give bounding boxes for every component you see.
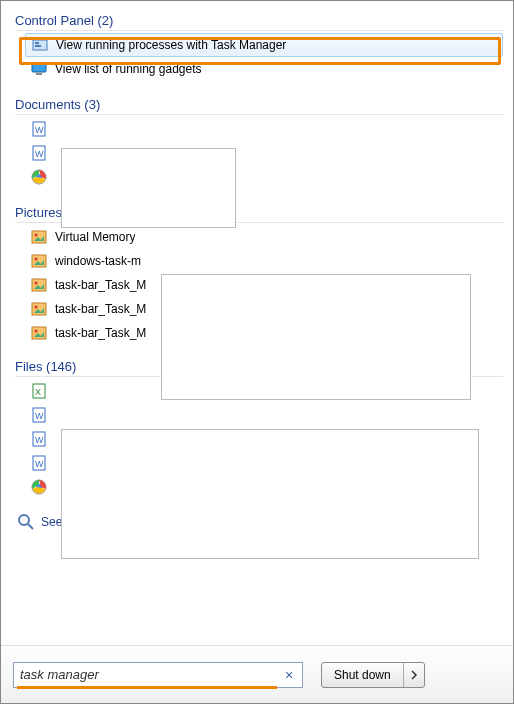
svg-point-20 xyxy=(35,330,38,333)
svg-line-32 xyxy=(28,524,33,529)
annotation-underline xyxy=(17,686,277,689)
svg-point-14 xyxy=(35,258,38,261)
section-header-control-panel: Control Panel (2) xyxy=(15,9,503,31)
svg-point-16 xyxy=(35,282,38,285)
section-header-documents: Documents (3) xyxy=(15,93,503,115)
image-icon xyxy=(31,325,47,341)
svg-rect-4 xyxy=(36,73,42,75)
shutdown-button[interactable]: Shut down xyxy=(322,663,404,687)
svg-rect-2 xyxy=(35,45,41,47)
svg-point-12 xyxy=(35,234,38,237)
monitor-icon xyxy=(31,61,47,77)
redaction-box xyxy=(61,148,236,228)
task-manager-icon xyxy=(32,37,48,53)
image-icon xyxy=(31,277,47,293)
svg-text:W: W xyxy=(35,125,44,135)
redaction-box xyxy=(161,274,471,400)
excel-icon: X xyxy=(31,383,47,399)
shutdown-label: Shut down xyxy=(334,668,391,682)
result-label: windows-task-m xyxy=(55,254,141,268)
picture-item[interactable]: Virtual Memory xyxy=(25,225,503,249)
result-label: View list of running gadgets xyxy=(55,62,202,76)
picture-item[interactable]: windows-task-m xyxy=(25,249,503,273)
image-icon xyxy=(31,229,47,245)
svg-point-31 xyxy=(19,515,29,525)
shutdown-split-button: Shut down xyxy=(321,662,425,688)
result-label: task-bar_Task_M xyxy=(55,278,146,292)
document-item[interactable]: W xyxy=(25,117,503,141)
search-wrap: × xyxy=(13,662,303,688)
result-label: Virtual Memory xyxy=(55,230,135,244)
image-icon xyxy=(31,253,47,269)
bottom-bar: × Shut down xyxy=(1,645,513,703)
word-doc-icon: W xyxy=(31,121,47,137)
word-doc-icon: W xyxy=(31,407,47,423)
result-gadgets[interactable]: View list of running gadgets xyxy=(25,57,503,81)
svg-rect-3 xyxy=(32,63,46,72)
clear-search-icon[interactable]: × xyxy=(281,667,297,683)
result-label: View running processes with Task Manager xyxy=(56,38,286,52)
chrome-icon xyxy=(31,479,47,495)
svg-point-18 xyxy=(35,306,38,309)
image-icon xyxy=(31,301,47,317)
svg-rect-1 xyxy=(35,42,39,44)
svg-text:W: W xyxy=(35,435,44,445)
chevron-right-icon xyxy=(410,670,418,680)
word-doc-icon: W xyxy=(31,431,47,447)
svg-text:X: X xyxy=(35,387,41,397)
svg-text:W: W xyxy=(35,149,44,159)
magnifier-icon xyxy=(17,513,35,531)
word-doc-icon: W xyxy=(31,455,47,471)
result-label: task-bar_Task_M xyxy=(55,302,146,316)
svg-text:W: W xyxy=(35,411,44,421)
svg-text:W: W xyxy=(35,459,44,469)
search-input[interactable] xyxy=(13,662,303,688)
shutdown-options-button[interactable] xyxy=(404,663,424,687)
redaction-box xyxy=(61,429,479,559)
result-label: task-bar_Task_M xyxy=(55,326,146,340)
file-item[interactable]: W xyxy=(25,403,503,427)
chrome-icon xyxy=(31,169,47,185)
result-task-manager[interactable]: View running processes with Task Manager xyxy=(25,33,503,57)
word-doc-icon: W xyxy=(31,145,47,161)
